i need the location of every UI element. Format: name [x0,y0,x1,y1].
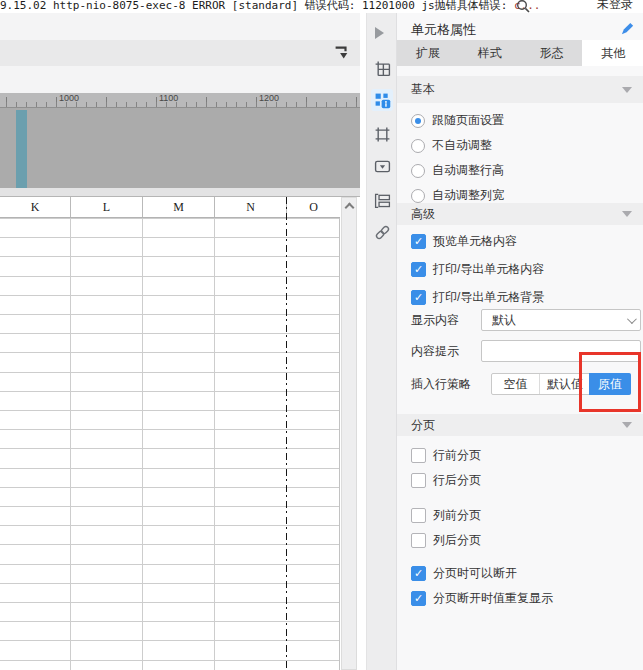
login-status[interactable]: 未登录 [597,0,633,11]
float-element-icon[interactable] [371,189,393,211]
panel-collapse-icon[interactable] [375,27,384,39]
checkbox-row-export-content[interactable]: ✓ 打印/导出单元格内容 [411,255,544,283]
display-content-select[interactable]: 默认 [481,309,641,331]
hyperlink-icon[interactable] [371,221,393,243]
checkbox-row-can-break[interactable]: ✓ 分页时可以断开 [411,561,517,586]
segment-empty-value[interactable]: 空值 [492,374,539,394]
column-header-row: K L M N O [0,197,340,218]
checkbox-label: 预览单元格内容 [433,233,517,250]
checkbox-row-repeat-value[interactable]: ✓ 分页断开时值重复显示 [411,586,553,611]
dropdown-widget-icon[interactable] [371,155,393,177]
checkbox-checked-icon[interactable]: ✓ [411,262,426,277]
cell-element-icon[interactable] [371,57,393,79]
grid-column-line [142,218,143,670]
radio-label: 自动调整行高 [432,162,504,179]
vertical-scrollbar[interactable] [341,197,357,670]
radio-icon[interactable] [411,139,425,153]
ruler-label: 1200 [259,93,279,103]
grid-right-edge [339,218,340,670]
frame-block-icon[interactable] [371,123,393,145]
toolbar-spacer-bottom [0,66,360,93]
top-log-bar: 9.15.02 http-nio-8075-exec-8 ERROR [stan… [0,0,643,13]
column-header[interactable]: O [287,197,340,217]
report-design-pane: 1000 1100 1200 K L M N O [0,13,360,670]
grid-column-line [70,218,71,670]
radio-label: 跟随页面设置 [432,112,504,129]
column-header[interactable]: N [215,197,287,217]
radio-row-no-auto-adjust[interactable]: 不自动调整 [411,133,492,158]
checkbox-icon[interactable] [411,533,426,548]
section-pagination-title: 分页 [411,417,435,434]
chevron-down-icon[interactable] [622,87,632,93]
section-basic-header[interactable]: 基本 [397,76,643,103]
ruler-label: 1000 [59,93,79,103]
cell-attribute-icon[interactable] [371,89,393,111]
toolbar-spacer-top [0,13,360,40]
tab-extend[interactable]: 扩展 [397,40,459,66]
cell-grid[interactable] [0,218,340,670]
checkbox-label: 列前分页 [433,507,481,524]
panel-tab-bar: 扩展 样式 形态 其他 [397,40,643,66]
checkbox-row-page-before-row[interactable]: 行前分页 [411,443,481,468]
tab-form[interactable]: 形态 [521,40,583,66]
checkbox-row-page-before-col[interactable]: 列前分页 [411,503,481,528]
grid-column-line [214,218,215,670]
checkbox-label: 行前分页 [433,447,481,464]
section-pagination-header[interactable]: 分页 [397,414,643,436]
checkbox-checked-icon[interactable]: ✓ [411,566,426,581]
checkbox-label: 打印/导出单元格内容 [433,261,544,278]
panel-title: 单元格属性 [411,21,476,39]
checkbox-label: 打印/导出单元格背景 [433,289,544,306]
radio-label: 不自动调整 [432,137,492,154]
scroll-up-icon[interactable] [345,203,355,213]
checkbox-row-page-after-row[interactable]: 行后分页 [411,468,481,493]
page-break-dashed-line [286,197,287,670]
section-advanced-header[interactable]: 高级 [397,203,643,225]
spreadsheet-area[interactable]: K L M N O [0,197,360,670]
float-export-icon[interactable] [332,44,350,62]
checkbox-icon[interactable] [411,473,426,488]
error-log-text: 9.15.02 http-nio-8075-exec-8 ERROR [stan… [0,0,540,12]
display-content-value: 默认 [492,313,516,327]
display-content-label: 显示内容 [411,313,459,327]
chevron-down-icon[interactable] [622,422,632,428]
checkbox-label: 分页断开时值重复显示 [433,590,553,607]
display-content-row: 显示内容 默认 [411,305,630,335]
radio-icon[interactable] [411,189,425,203]
radio-row-auto-row-height[interactable]: 自动调整行高 [411,158,504,183]
checkbox-checked-icon[interactable]: ✓ [411,591,426,606]
right-side-toolbar [366,13,396,670]
sheet-top-strip [0,188,360,197]
insert-row-policy-label: 插入行策略 [411,377,471,391]
radio-icon[interactable] [411,164,425,178]
section-advanced-title: 高级 [411,206,435,223]
horizontal-ruler: 1000 1100 1200 [0,93,360,108]
section-basic-title: 基本 [411,81,435,98]
checkbox-icon[interactable] [411,508,426,523]
checkbox-checked-icon[interactable]: ✓ [411,290,426,305]
canvas-toolbar-strip [0,40,360,66]
edit-pencil-icon[interactable] [620,21,635,36]
selected-page-edge-bar [16,110,27,188]
tab-style[interactable]: 样式 [459,40,521,66]
checkbox-row-preview-content[interactable]: ✓ 预览单元格内容 [411,227,517,255]
column-header[interactable]: M [143,197,215,217]
checkbox-label: 分页时可以断开 [433,565,517,582]
checkbox-label: 列后分页 [433,532,481,549]
chevron-down-icon[interactable] [622,211,632,217]
page-pasteboard [0,108,360,188]
ruler-minor-ticks [0,102,360,107]
radio-selected-icon[interactable] [411,114,425,128]
radio-label: 自动调整列宽 [432,187,504,204]
cell-properties-panel: 单元格属性 扩展 样式 形态 其他 基本 跟随页面设置 不自动调整 自动调整行高… [396,13,643,670]
radio-row-follow-page[interactable]: 跟随页面设置 [411,108,504,133]
search-icon[interactable] [516,0,531,14]
tab-other[interactable]: 其他 [582,40,643,66]
checkbox-icon[interactable] [411,448,426,463]
column-header[interactable]: L [71,197,143,217]
chevron-down-icon [627,314,637,324]
checkbox-row-page-after-col[interactable]: 列后分页 [411,528,481,553]
checkbox-checked-icon[interactable]: ✓ [411,234,426,249]
column-header[interactable]: K [0,197,71,217]
content-tip-label: 内容提示 [411,344,459,358]
